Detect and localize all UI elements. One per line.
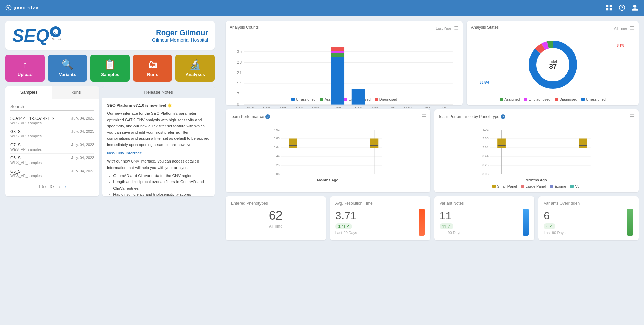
resolution-value: 3.71 — [335, 210, 356, 222]
variants-overridden-value: 6 — [544, 210, 550, 222]
team-perf-info-icon: ? — [265, 114, 270, 119]
svg-text:3.06: 3.06 — [482, 172, 489, 176]
svg-text:Nov: Nov — [296, 106, 303, 108]
list-item[interactable]: G8_S WES_VP_samples July. 04, 2023 — [10, 127, 94, 140]
prev-page-button[interactable]: ‹ — [59, 183, 60, 190]
left-panel: SEQ v7.6.4 Roger Gilmour Gilmour Memoria… — [0, 16, 220, 325]
release-notes-body: SEQ Platform v7.1.0 is now live! 🌟 Our n… — [102, 98, 215, 196]
svg-text:35: 35 — [237, 49, 242, 54]
upload-label: Upload — [18, 72, 33, 77]
release-intro: Our new interface for the SEQ Platform's… — [107, 110, 210, 148]
pagination-label: 1-5 of 37 — [38, 184, 54, 189]
analysis-states-header: Analysis States All Time ☰ — [471, 25, 635, 31]
phenotypes-sublabel: All Time — [231, 224, 320, 228]
analyses-icon: 🔬 — [189, 59, 201, 70]
list-item[interactable]: G6_S WES_VP_samples July. 04, 2023 — [10, 154, 94, 167]
upload-button[interactable]: ↑ Upload — [5, 55, 45, 82]
bar-chart-svg: 0 7 14 21 28 35 Aug — [230, 34, 459, 108]
tab-runs[interactable]: Runs — [52, 86, 99, 99]
resolution-sublabel: Last 90 Days — [335, 231, 357, 235]
svg-text:3.44: 3.44 — [274, 154, 280, 158]
right-panel: Analysis Counts Last Year ☰ 0 7 14 21 28 — [220, 16, 644, 325]
top-charts-row: Analysis Counts Last Year ☰ 0 7 14 21 28 — [226, 21, 639, 105]
svg-text:3.06: 3.06 — [274, 172, 280, 176]
team-perf-menu-icon[interactable]: ☰ — [421, 113, 426, 120]
svg-text:21: 21 — [237, 70, 242, 75]
svg-rect-57 — [370, 139, 378, 148]
team-perf-title: Team Performance ? ☰ — [230, 113, 426, 120]
list-item[interactable]: G5_S WES_VP_samples July. 04, 2023 — [10, 167, 94, 180]
runs-button[interactable]: 🗂 Runs — [133, 55, 172, 82]
variant-notes-number-area: 11 11 ↗ Last 90 Days — [440, 210, 461, 235]
svg-rect-54 — [289, 139, 297, 148]
svg-text:Feb: Feb — [355, 106, 362, 108]
svg-text:May: May — [404, 106, 412, 108]
variant-notes-value: 11 — [440, 210, 452, 222]
release-cnv-item: Haploinsufficiency and triplosensitivity… — [113, 191, 210, 196]
next-page-button[interactable]: › — [64, 183, 66, 190]
svg-text:July: July — [441, 106, 448, 108]
phenotypes-value: 62 — [231, 209, 320, 223]
legend-large-panel-dot — [521, 185, 524, 188]
svg-rect-80 — [579, 139, 587, 148]
team-perf-months-label: Months Ago — [230, 178, 426, 182]
analysis-counts-header: Analysis Counts Last Year ☰ — [230, 25, 459, 31]
svg-text:28: 28 — [237, 60, 242, 65]
analyses-label: Analyses — [186, 72, 205, 77]
tab-samples[interactable]: Samples — [5, 86, 52, 99]
sample-list: 5CA1421_1-5CA1421_2 WES_VP_samples July.… — [10, 114, 94, 180]
donut-pct-top: 8.1% — [617, 44, 624, 47]
svg-text:4.02: 4.02 — [274, 128, 280, 131]
donut-pct-bottom: 86.5% — [480, 81, 489, 84]
svg-text:3.64: 3.64 — [274, 146, 280, 149]
analyses-button[interactable]: 🔬 Analyses — [175, 55, 215, 82]
release-notes-card: Release Notes SEQ Platform v7.1.0 is now… — [102, 86, 215, 196]
samples-label: Samples — [101, 72, 119, 77]
legend-state-assigned-dot — [500, 98, 503, 101]
variants-button[interactable]: 🔍 Variants — [48, 55, 87, 82]
variant-notes-title: Variant Notes — [440, 201, 529, 206]
seq-circle-icon — [50, 26, 61, 37]
legend-small-panel: Small Panel — [492, 184, 517, 188]
svg-text:Sep: Sep — [263, 106, 270, 108]
legend-state-diagnosed: Diagnosed — [555, 97, 577, 101]
perf-charts-row: Team Performance ? ☰ 3.06 3.25 3.44 3.64… — [226, 109, 639, 192]
svg-text:3.83: 3.83 — [274, 137, 280, 140]
profile-name: Roger Gilmour — [152, 28, 208, 37]
legend-large-panel: Large Panel — [521, 184, 546, 188]
team-perf-panel-boxplot: 3.06 3.25 3.44 3.64 3.83 4.02 All 9-12 — [438, 123, 635, 177]
legend-state-unassigned-dot — [581, 98, 585, 101]
svg-text:June: June — [421, 106, 430, 108]
samples-button[interactable]: 📋 Samples — [90, 55, 130, 82]
variant-notes-bar — [523, 209, 529, 236]
analysis-states-card: Analysis States All Time ☰ — [467, 21, 639, 105]
header: genomize — [0, 0, 644, 16]
brand-logo: genomize — [5, 5, 39, 11]
team-perf-panel-svg: 3.06 3.25 3.44 3.64 3.83 4.02 All 9-12 — [438, 123, 635, 177]
bottom-section: Samples Runs 5CA1421_1-5CA1421_2 WES_VP_… — [5, 86, 215, 196]
svg-rect-27 — [331, 51, 344, 53]
release-cnv-item: GnomAD and ClinVar data for the CNV regi… — [113, 173, 210, 179]
analysis-counts-menu-icon[interactable]: ☰ — [454, 25, 459, 31]
svg-text:Apr: Apr — [388, 106, 394, 108]
list-item[interactable]: 5CA1421_1-5CA1421_2 WES_VP_samples July.… — [10, 114, 94, 127]
legend-state-unassigned: Unassigned — [581, 97, 606, 101]
svg-text:0: 0 — [237, 102, 240, 107]
team-perf-panel-menu-icon[interactable]: ☰ — [630, 113, 635, 120]
list-item[interactable]: G7_S WES_VP_samples July. 04, 2023 — [10, 140, 94, 154]
grid-icon[interactable] — [605, 4, 613, 12]
resolution-badge: 3.71 ↗ — [335, 223, 352, 229]
svg-rect-28 — [331, 47, 344, 51]
legend-state-assigned: Assigned — [500, 97, 520, 101]
legend-vcf: Vcf — [570, 184, 580, 188]
analysis-states-menu-icon[interactable]: ☰ — [630, 25, 635, 31]
brand-name: genomize — [14, 6, 39, 10]
user-icon[interactable] — [631, 4, 639, 12]
variant-notes-sublabel: Last 90 Days — [440, 231, 461, 235]
resolution-main-row: 3.71 3.71 ↗ Last 90 Days — [335, 209, 425, 236]
help-icon[interactable] — [618, 4, 626, 12]
legend-exome: Exome — [550, 184, 566, 188]
resolution-card: Avg.Resolution Time 3.71 3.71 ↗ Last 90 … — [330, 196, 430, 240]
search-input[interactable] — [10, 103, 94, 111]
svg-text:3.44: 3.44 — [482, 154, 489, 158]
